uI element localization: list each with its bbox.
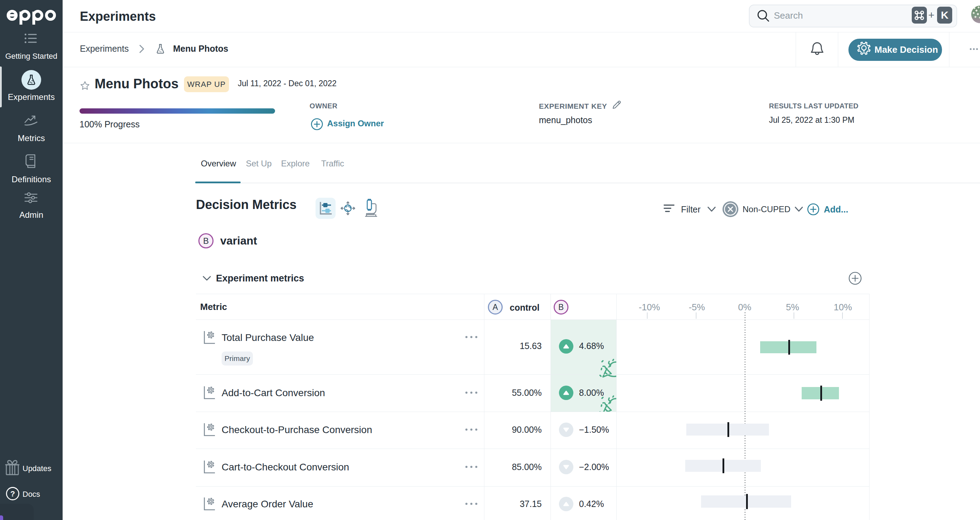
svg-text:?: ? — [10, 490, 15, 498]
